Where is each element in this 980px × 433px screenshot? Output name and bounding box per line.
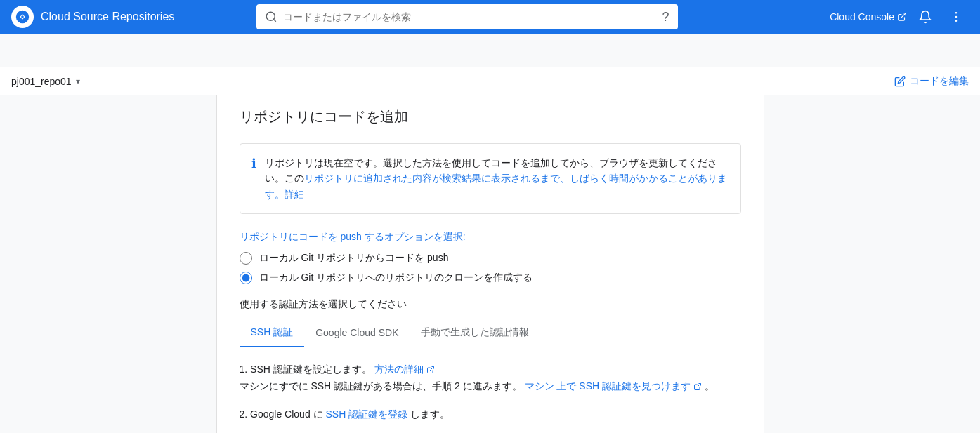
steps-content: 1. SSH 認証鍵を設定します。 方法の詳細 マシンにすでに SSH 認証鍵が… [240,361,741,433]
app-header: Cloud Source Repositories ? Cloud Consol… [0,0,980,34]
card-title: リポジトリにコードを追加 [240,107,741,126]
search-icon [265,11,277,23]
content-card: リポジトリにコードを追加 ℹ リポジトリは現在空です。選択した方法を使用してコー… [216,84,764,433]
notification-button[interactable] [913,4,938,29]
step1-prefix: 1. SSH 認証鍵を設定します。 [240,364,372,375]
push-options-label: リポジトリにコードを push するオプションを選択: [240,231,741,244]
svg-line-4 [901,13,906,18]
auth-tabs: SSH 認証 Google Cloud SDK 手動で生成した認証情報 [240,319,741,347]
search-bar: ? [256,4,678,29]
svg-line-9 [697,384,701,388]
edit-code-label: コードを編集 [910,75,969,88]
auth-section-label: 使用する認証方法を選択してください [240,298,741,311]
sub-header: pj001_repo01 ▾ コードを編集 [0,67,980,95]
app-title: Cloud Source Repositories [41,11,174,23]
radio-push-input[interactable] [240,252,252,265]
radio-option-push[interactable]: ローカル Git リポジトリからコードを push [240,252,741,265]
header-right: Cloud Console [830,4,969,29]
svg-point-7 [955,20,958,22]
step-1: 1. SSH 認証鍵を設定します。 方法の詳細 マシンにすでに SSH 認証鍵が… [240,361,741,395]
svg-line-3 [273,19,275,21]
tab-gcsdk[interactable]: Google Cloud SDK [304,319,410,347]
step-2: 2. Google Cloud に SSH 認証鍵を登録 します。 [240,406,741,423]
step1-find-key-link[interactable]: マシン 上で SSH 認証鍵を見つけます [525,380,705,392]
search-input[interactable] [283,11,657,22]
edit-code-button[interactable]: コードを編集 [894,75,969,88]
tab-ssh[interactable]: SSH 認証 [240,319,305,347]
radio-clone-label: ローカル Git リポジトリへのリポジトリのクローンを作成する [259,272,533,284]
svg-point-5 [955,12,958,14]
repo-name: pj001_repo01 [11,76,72,87]
logo-icon [11,6,34,28]
more-menu-button[interactable] [943,4,969,29]
details-link[interactable]: 詳細 [285,189,304,200]
svg-point-6 [955,16,958,18]
svg-line-8 [430,367,434,371]
svg-point-2 [266,12,275,20]
repo-selector[interactable]: pj001_repo01 ▾ [11,76,80,87]
step2-suffix: します。 [410,408,450,420]
chevron-down-icon: ▾ [76,76,80,86]
cloud-console-link[interactable]: Cloud Console [830,11,907,22]
step1-how-link[interactable]: 方法の詳細 [374,364,435,375]
help-icon[interactable]: ? [662,10,669,25]
app-logo: Cloud Source Repositories [11,6,174,28]
info-icon: ℹ [251,156,256,202]
tab-manual[interactable]: 手動で生成した認証情報 [410,319,540,347]
step2-register-link[interactable]: SSH 認証鍵を登録 [325,408,407,420]
main-content: リポジトリにコードを追加 ℹ リポジトリは現在空です。選択した方法を使用してコー… [0,62,980,433]
info-text: リポジトリは現在空です。選択した方法を使用してコードを追加してから、ブラウザを更… [265,155,729,202]
step2-prefix: 2. Google Cloud に [240,408,323,420]
radio-push-label: ローカル Git リポジトリからコードを push [259,252,449,265]
step1-middle-text: マシンにすでに SSH 認証鍵がある場合は、手順 2 に進みます。 [240,380,522,392]
svg-point-1 [21,15,24,18]
info-box: ℹ リポジトリは現在空です。選択した方法を使用してコードを追加してから、ブラウザ… [240,143,741,214]
radio-clone-input[interactable] [240,272,252,284]
repo-link[interactable]: リポジトリに追加された内容が検索結果に表示されるまで、しばらく時間がかかることが… [265,173,727,199]
radio-option-clone[interactable]: ローカル Git リポジトリへのリポジトリのクローンを作成する [240,272,741,284]
